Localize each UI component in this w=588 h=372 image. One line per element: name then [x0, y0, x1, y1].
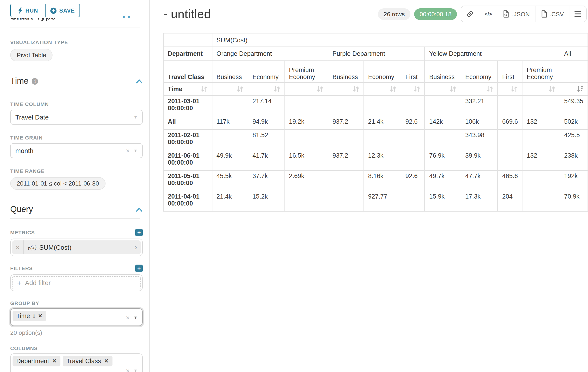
code-icon: </>	[484, 11, 492, 17]
value-cell	[498, 129, 523, 150]
remove-metric-icon[interactable]: ×	[12, 240, 24, 254]
sort-header-cell[interactable]	[498, 83, 523, 96]
group-by-select[interactable]: Timei✕ × ▼	[10, 308, 143, 326]
caret-down-icon: ▼	[133, 115, 137, 119]
value-cell	[401, 129, 425, 150]
sort-header-cell[interactable]	[425, 83, 461, 96]
sort-header-cell[interactable]	[364, 83, 401, 96]
column-leaf-header: First	[498, 61, 523, 83]
value-cell: 47.7k	[461, 170, 498, 191]
columns-select[interactable]: Department✕Travel Class✕ × ▼	[10, 353, 143, 372]
dimension-chip[interactable]: Travel Class✕	[63, 356, 112, 366]
sort-toggle-icon[interactable]	[413, 85, 420, 93]
sort-header-cell[interactable]	[328, 83, 364, 96]
sort-toggle-icon[interactable]	[200, 85, 208, 93]
hamburger-icon	[575, 11, 581, 17]
chart-panel: - untitled 26 rows 00:00:00.18 </> .JSON	[150, 0, 588, 372]
dimension-chip[interactable]: Department✕	[12, 356, 60, 366]
sort-toggle-icon[interactable]	[316, 85, 324, 93]
sort-header-cell[interactable]	[248, 83, 284, 96]
sort-toggle-icon[interactable]	[548, 85, 555, 93]
column-group-header: Yellow Department	[425, 47, 560, 61]
time-grain-value: month	[15, 147, 122, 154]
run-button[interactable]: RUN	[10, 4, 45, 17]
value-cell: 106k	[461, 116, 498, 129]
value-cell	[523, 96, 560, 116]
time-column-select[interactable]: Travel Date ▼	[10, 110, 143, 125]
chip-remove-icon[interactable]: ✕	[38, 313, 42, 319]
time-range-pill[interactable]: 2011-01-01 ≤ col < 2011-06-30	[10, 177, 105, 190]
query-section-header[interactable]: Query	[10, 205, 143, 214]
chip-remove-icon[interactable]: ✕	[104, 358, 108, 364]
sort-header-cell[interactable]	[560, 83, 588, 96]
chip-remove-icon[interactable]: ✕	[52, 358, 56, 364]
sort-toggle-icon[interactable]	[273, 85, 280, 93]
value-cell	[523, 129, 560, 150]
value-cell: 19.2k	[284, 116, 328, 129]
metric-chip[interactable]: × ƒ(x) SUM(Cost) ›	[12, 240, 141, 254]
export-toolbar: </> .JSON .CSV	[461, 6, 587, 22]
save-button[interactable]: SAVE	[45, 4, 80, 17]
sort-descending-icon[interactable]	[576, 85, 583, 93]
chip-label: Time	[16, 312, 30, 319]
sort-toggle-icon[interactable]	[486, 85, 494, 93]
embed-code-button[interactable]: </>	[480, 6, 498, 22]
add-filter-button[interactable]: + Add filter	[12, 276, 141, 289]
column-group-header: Orange Department	[212, 47, 328, 61]
add-filter-plus-button[interactable]: +	[135, 265, 143, 272]
sort-toggle-icon[interactable]	[389, 85, 397, 93]
sort-header-cell[interactable]	[523, 83, 560, 96]
sort-toggle-icon[interactable]	[237, 85, 243, 93]
value-cell: 132	[523, 150, 560, 170]
metric-control: × ƒ(x) SUM(Cost) ›	[10, 239, 143, 256]
row-dimension-header: Department	[163, 47, 212, 61]
dimension-chip[interactable]: Timei✕	[12, 311, 46, 321]
export-json-button[interactable]: .JSON	[498, 6, 536, 22]
share-link-button[interactable]	[461, 6, 480, 22]
time-column-value: Travel Date	[15, 114, 130, 121]
collapse-chevron-icon[interactable]	[136, 207, 143, 212]
clear-icon[interactable]: ×	[126, 147, 130, 154]
chip-info-icon: i	[33, 312, 35, 319]
sort-toggle-icon[interactable]	[352, 85, 359, 93]
table-row: 2011-03-01 00:00:00217.14332.21549.35	[163, 96, 588, 116]
drag-handle-dots[interactable]	[123, 16, 130, 18]
time-sort-header[interactable]: Time	[163, 83, 212, 96]
value-cell: 12.3k	[364, 150, 401, 170]
export-csv-button[interactable]: .CSV	[535, 6, 569, 22]
save-button-label: SAVE	[59, 7, 75, 14]
column-leaf-header: Business	[425, 61, 461, 83]
table-row: 2011-04-01 00:00:0021.4k15.2k927.7715.9k…	[163, 191, 588, 211]
sort-header-cell[interactable]	[284, 83, 328, 96]
collapse-chevron-icon[interactable]	[136, 79, 143, 84]
value-cell	[364, 96, 401, 116]
table-row: 2011-06-01 00:00:0049.9k41.7k16.5k937.21…	[163, 150, 588, 170]
clear-icon[interactable]: ×	[126, 314, 130, 321]
sort-header-cell[interactable]	[212, 83, 248, 96]
value-cell	[364, 129, 401, 150]
sort-header-cell[interactable]	[401, 83, 425, 96]
value-cell: 192k	[560, 170, 588, 191]
time-grain-select[interactable]: month × ▼	[10, 143, 143, 158]
value-cell	[212, 129, 248, 150]
time-section-header[interactable]: Timei	[10, 76, 143, 86]
value-cell: 927.77	[364, 191, 401, 211]
viz-type-value[interactable]: Pivot Table	[10, 49, 53, 61]
value-cell	[284, 129, 328, 150]
menu-button[interactable]	[569, 6, 586, 22]
sort-toggle-icon[interactable]	[450, 85, 456, 93]
value-cell: 49.9k	[212, 150, 248, 170]
add-metric-button[interactable]: +	[135, 229, 143, 236]
value-cell: 21.4k	[212, 191, 248, 211]
value-cell: 70.9k	[560, 191, 588, 211]
sort-header-cell[interactable]	[461, 83, 498, 96]
toolbar: RUN SAVE	[10, 4, 80, 17]
value-cell: 132	[523, 116, 560, 129]
value-cell	[328, 170, 364, 191]
value-cell: 81.52	[248, 129, 284, 150]
viz-type-label: VISUALIZATION TYPE	[10, 40, 142, 45]
control-panel: RUN SAVE Chart Type VISUALIZATION TYPE P…	[0, 0, 150, 372]
sort-toggle-icon[interactable]	[511, 85, 518, 93]
clear-icon[interactable]: ×	[126, 367, 130, 372]
expand-metric-chevron-icon[interactable]: ›	[130, 240, 141, 254]
